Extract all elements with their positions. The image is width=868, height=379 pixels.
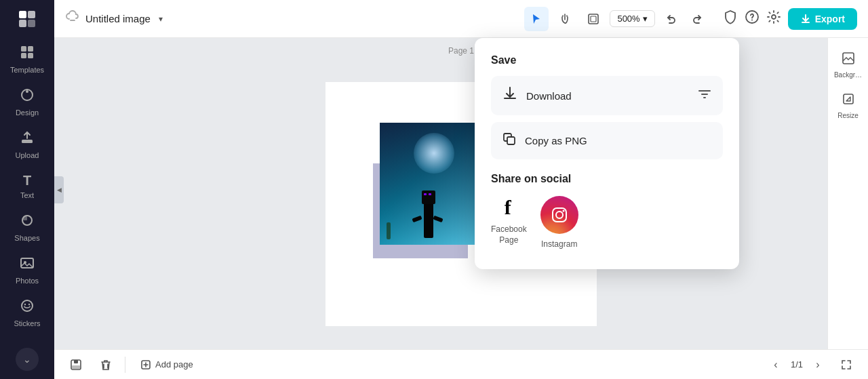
add-page-button[interactable]: Add page bbox=[134, 357, 200, 373]
svg-rect-3 bbox=[28, 20, 35, 27]
shapes-icon bbox=[20, 213, 35, 231]
app-logo[interactable] bbox=[0, 0, 54, 38]
resize-tool[interactable]: Resize bbox=[831, 87, 865, 125]
bottombar: Add page ‹ 1/1 › bbox=[54, 349, 868, 379]
prev-page-button[interactable]: ‹ bbox=[766, 355, 785, 374]
topbar-right-icons: Export bbox=[723, 8, 857, 30]
stickers-label: Stickers bbox=[14, 319, 40, 327]
resize-label: Resize bbox=[837, 112, 859, 119]
svg-point-9 bbox=[26, 90, 28, 93]
copy-png-row[interactable]: Copy as PNG bbox=[491, 122, 723, 159]
sidebar-item-text[interactable]: T Text bbox=[0, 166, 54, 206]
bottom-divider bbox=[125, 357, 125, 373]
frame-tool-button[interactable] bbox=[581, 7, 606, 31]
photos-icon bbox=[20, 256, 35, 274]
social-row: f FacebookPage Instagram bbox=[491, 196, 723, 250]
design-icon bbox=[20, 87, 35, 106]
share-section-title: Share on social bbox=[491, 173, 723, 185]
download-settings-icon[interactable] bbox=[697, 87, 712, 105]
save-section-title: Save bbox=[491, 54, 723, 66]
canvas-image[interactable] bbox=[380, 123, 488, 245]
sidebar-item-stickers[interactable]: Stickers bbox=[0, 292, 54, 334]
sidebar-item-photos[interactable]: Photos bbox=[0, 249, 54, 292]
add-page-label: Add page bbox=[155, 359, 193, 370]
svg-rect-0 bbox=[19, 11, 26, 18]
upload-icon bbox=[20, 130, 35, 148]
facebook-label: FacebookPage bbox=[491, 224, 527, 245]
left-sidebar: Templates Design Upload T Text bbox=[0, 0, 54, 379]
text-icon: T bbox=[23, 173, 31, 188]
download-row[interactable]: Download bbox=[491, 76, 723, 115]
zoom-control[interactable]: 500% ▾ bbox=[610, 10, 654, 27]
page-label: Page 1 bbox=[448, 46, 474, 56]
copy-icon bbox=[502, 132, 517, 150]
download-left: Download bbox=[502, 85, 572, 106]
resize-icon bbox=[842, 92, 855, 109]
select-tool-button[interactable] bbox=[524, 7, 549, 31]
topbar: Untitled image ▾ 500% bbox=[54, 0, 868, 38]
app-container: Templates Design Upload T Text bbox=[0, 0, 868, 379]
canvas-area[interactable]: Page 1 bbox=[54, 38, 868, 349]
undo-redo-group bbox=[659, 7, 709, 31]
download-icon bbox=[502, 85, 518, 106]
svg-rect-6 bbox=[21, 53, 26, 58]
text-label: Text bbox=[20, 191, 34, 199]
templates-label: Templates bbox=[10, 66, 44, 74]
svg-point-33 bbox=[562, 210, 564, 212]
svg-point-15 bbox=[22, 300, 33, 311]
svg-point-17 bbox=[28, 304, 30, 305]
svg-rect-18 bbox=[589, 14, 598, 24]
templates-icon bbox=[20, 45, 35, 63]
undo-button[interactable] bbox=[659, 7, 684, 31]
svg-point-16 bbox=[24, 304, 26, 305]
cloud-icon bbox=[65, 9, 80, 28]
upload-label: Upload bbox=[16, 151, 39, 159]
svg-rect-23 bbox=[802, 22, 810, 23]
zoom-level: 500% bbox=[617, 14, 639, 24]
svg-rect-12 bbox=[23, 216, 27, 220]
svg-rect-27 bbox=[74, 360, 78, 363]
sidebar-item-design[interactable]: Design bbox=[0, 81, 54, 123]
help-icon[interactable] bbox=[745, 9, 760, 28]
title-chevron-icon[interactable]: ▾ bbox=[159, 14, 163, 24]
instagram-icon bbox=[540, 196, 578, 234]
fullscreen-button[interactable] bbox=[835, 354, 857, 376]
sidebar-item-upload[interactable]: Upload bbox=[0, 123, 54, 166]
shield-icon[interactable] bbox=[723, 9, 738, 28]
svg-rect-24 bbox=[843, 53, 854, 64]
next-page-button[interactable]: › bbox=[808, 355, 827, 374]
hand-tool-button[interactable] bbox=[553, 7, 577, 31]
save-to-device-button[interactable] bbox=[65, 354, 87, 376]
svg-rect-1 bbox=[28, 11, 35, 18]
sidebar-collapse-handle[interactable]: ◀ bbox=[54, 176, 64, 203]
redo-button[interactable] bbox=[685, 7, 709, 31]
svg-point-21 bbox=[751, 20, 753, 21]
facebook-share-button[interactable]: f FacebookPage bbox=[491, 196, 527, 250]
toolbar-tools: 500% ▾ bbox=[524, 7, 709, 31]
sidebar-item-templates[interactable]: Templates bbox=[0, 38, 54, 81]
svg-rect-19 bbox=[591, 16, 596, 22]
page-indicator: 1/1 bbox=[791, 359, 803, 370]
facebook-icon: f bbox=[507, 196, 511, 219]
stickers-icon bbox=[20, 298, 35, 317]
settings-icon[interactable] bbox=[766, 9, 781, 28]
export-button[interactable]: Export bbox=[788, 8, 857, 30]
svg-rect-5 bbox=[28, 46, 33, 52]
background-tool[interactable]: Backgr… bbox=[831, 46, 865, 84]
svg-rect-2 bbox=[19, 20, 26, 27]
instagram-share-button[interactable]: Instagram bbox=[540, 196, 578, 250]
right-sidebar: Backgr… Resize bbox=[827, 38, 868, 349]
svg-rect-10 bbox=[22, 140, 33, 143]
sidebar-item-shapes[interactable]: Shapes bbox=[0, 206, 54, 249]
sidebar-collapse-btn[interactable]: ⌄ bbox=[16, 348, 39, 371]
download-label: Download bbox=[526, 90, 572, 102]
svg-rect-4 bbox=[21, 46, 26, 52]
document-title[interactable]: Untitled image bbox=[85, 13, 151, 24]
export-dropdown-panel: Save Download bbox=[475, 38, 739, 269]
instagram-label: Instagram bbox=[541, 239, 577, 250]
svg-rect-28 bbox=[72, 365, 80, 369]
copy-png-label: Copy as PNG bbox=[525, 135, 587, 146]
svg-rect-30 bbox=[507, 137, 515, 144]
delete-button[interactable] bbox=[95, 354, 117, 376]
canvas-image-overlay bbox=[380, 123, 488, 245]
